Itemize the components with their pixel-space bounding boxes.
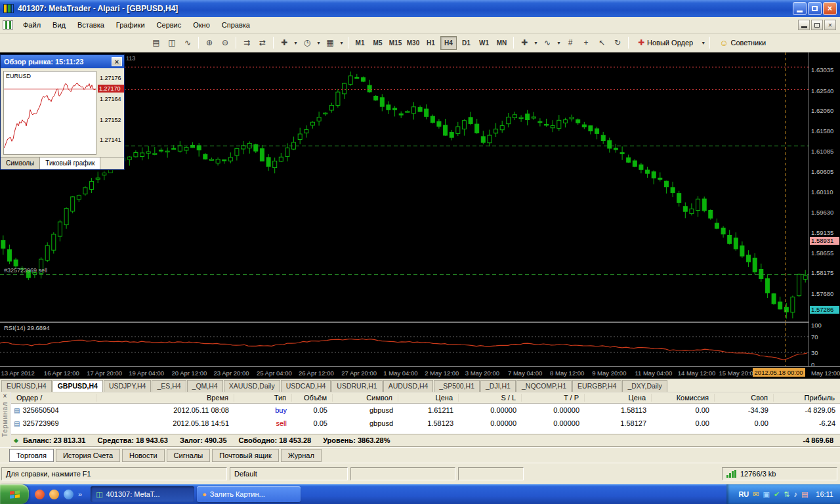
templates-dropdown-icon[interactable]: ▾	[338, 36, 345, 50]
order-row[interactable]: ▤3256505042012.05.11 08:08buy0.05gbpusd1…	[11, 404, 840, 417]
zoom-in-icon[interactable]: ⊕	[202, 36, 217, 50]
indicators-button[interactable]: ✚	[277, 36, 291, 50]
chart-tab--dxy-daily[interactable]: _DXY,Daily	[622, 380, 667, 392]
timeframe-w1[interactable]: W1	[476, 36, 492, 50]
menu-item-6[interactable]: Справка	[216, 18, 256, 32]
market-watch-tab-0[interactable]: Символы	[1, 158, 40, 169]
system-tray: RU ✉ ▣ ✔ ⇅ ♪ ▤ 16:11	[726, 484, 840, 504]
chart-tab-eurgbp-h4[interactable]: EURGBP,H4	[572, 380, 621, 392]
column-header: Ордер /	[11, 394, 96, 402]
language-indicator[interactable]: RU	[738, 490, 749, 498]
quick-launch-expand-icon[interactable]: »	[78, 490, 82, 498]
indicators-dropdown-icon[interactable]: ▾	[292, 36, 299, 50]
new-order-dropdown-icon[interactable]: ▾	[700, 36, 707, 50]
timeframe-h1[interactable]: H1	[423, 36, 439, 50]
menu-item-1[interactable]: Вид	[47, 18, 72, 32]
cursor-icon[interactable]: ↖	[595, 36, 609, 50]
terminal-tab-2[interactable]: Новости	[122, 449, 165, 462]
line-chart-icon[interactable]: ∿	[180, 36, 195, 50]
mail-icon[interactable]: ✉	[753, 491, 759, 498]
terminal-tab-1[interactable]: История Счета	[56, 449, 120, 462]
minimize-button[interactable]	[793, 2, 807, 15]
menu-item-2[interactable]: Вставка	[72, 18, 110, 32]
timeframe-m30[interactable]: M30	[405, 36, 421, 50]
crosshair-icon[interactable]: +	[579, 36, 593, 50]
terminal-tab-4[interactable]: Почтовый ящик	[212, 449, 278, 462]
timeframe-m5[interactable]: M5	[369, 36, 386, 50]
chart-tab-usdjpy-h4[interactable]: USDJPY,H4	[104, 380, 151, 392]
close-button[interactable]: ×	[823, 2, 837, 15]
messenger-icon[interactable]	[64, 490, 74, 499]
timeframe-m1[interactable]: M1	[352, 36, 368, 50]
chart-tab--es-h4[interactable]: _ES,H4	[152, 380, 186, 392]
order-row[interactable]: ▤3257239692012.05.18 14:51sell0.05gbpusd…	[11, 417, 840, 430]
timeframe-h4[interactable]: H4	[440, 36, 457, 50]
candlestick-chart-icon[interactable]: ◫	[165, 36, 179, 50]
rsi-canvas[interactable]	[0, 323, 808, 366]
objects-line-icon[interactable]: ∿	[540, 36, 555, 50]
scanner-icon[interactable]: ▤	[801, 491, 808, 498]
chart-tab-usdcad-h4[interactable]: USDCAD,H4	[281, 380, 331, 392]
mdi-restore-button[interactable]	[811, 20, 823, 30]
market-watch-tab-1[interactable]: Тиковый график	[40, 158, 100, 169]
task-button-1[interactable]: ●Залить Картин...	[197, 486, 301, 502]
add-indicator-dropdown-icon[interactable]: ▾	[532, 36, 539, 50]
chart-shift-icon[interactable]: ⇄	[255, 36, 270, 50]
firefox-icon[interactable]	[49, 490, 59, 499]
chart-tab--qm-h4[interactable]: _QM,H4	[187, 380, 223, 392]
tick-price-badge: 1.27170	[98, 85, 124, 93]
menu-item-4[interactable]: Сервис	[151, 18, 188, 32]
browser-icon[interactable]	[35, 490, 45, 499]
timeframe-mn[interactable]: MN	[494, 36, 510, 50]
bar-chart-icon[interactable]: ▤	[149, 36, 163, 50]
grid-icon[interactable]: #	[563, 36, 578, 50]
mdi-close-button[interactable]: ×	[824, 20, 836, 30]
terminal-close-icon[interactable]: ×	[3, 392, 7, 400]
display-icon[interactable]: ▣	[763, 491, 770, 498]
terminal-tab-5[interactable]: Журнал	[281, 449, 322, 462]
volume-icon[interactable]: ♪	[793, 491, 797, 498]
antivirus-icon[interactable]: ✔	[774, 491, 780, 498]
chart-tab--nqcomp-h1[interactable]: _NQCOMP,H1	[516, 380, 572, 392]
menu-item-0[interactable]: Файл	[17, 18, 47, 32]
mdi-minimize-button[interactable]	[798, 20, 810, 30]
chart-tab-audusd-h4[interactable]: AUDUSD,H4	[383, 380, 434, 392]
refresh-icon[interactable]: ↻	[610, 36, 625, 50]
timeframe-d1[interactable]: D1	[458, 36, 474, 50]
restore-button[interactable]	[808, 2, 822, 15]
chart-tab-gbpusd-h4[interactable]: GBPUSD,H4	[52, 380, 103, 392]
tick-price-label: 1.27152	[100, 117, 121, 123]
auto-scroll-icon[interactable]: ⇉	[240, 36, 254, 50]
chart-tab-usdrur-h1[interactable]: USDRUR,H1	[331, 380, 382, 392]
chart-tab--sp500-h1[interactable]: _SP500,H1	[434, 380, 480, 392]
templates-button[interactable]: ▦	[323, 36, 337, 50]
chart-tab-eurusd-h4[interactable]: EURUSD,H4	[1, 380, 52, 392]
chart-system-icon[interactable]	[3, 20, 13, 30]
rsi-scale-tick: 100	[811, 322, 822, 329]
terminal-tab-3[interactable]: Сигналы	[167, 449, 211, 462]
periods-dropdown-icon[interactable]: ▾	[315, 36, 322, 50]
market-watch-close-icon[interactable]: ×	[112, 57, 122, 66]
price-tick: 1.63035	[811, 66, 833, 74]
menu-item-3[interactable]: Графики	[110, 18, 151, 32]
menu-item-5[interactable]: Окно	[187, 18, 216, 32]
menu-bar: ФайлВидВставкаГрафикиСервисОкноСправка ×	[0, 17, 840, 33]
zoom-out-icon[interactable]: ⊖	[218, 36, 232, 50]
tick-chart-canvas[interactable]	[3, 71, 96, 155]
chart-tab--dji-h1[interactable]: _DJI,H1	[480, 380, 516, 392]
network-icon[interactable]: ⇅	[784, 491, 789, 498]
timeframe-m15[interactable]: M15	[387, 36, 404, 50]
new-order-button[interactable]: ✚ Новый Ордер	[632, 36, 699, 50]
add-indicator-icon[interactable]: ✚	[517, 36, 532, 50]
terminal-tab-0[interactable]: Торговля	[9, 449, 54, 462]
task-button-0[interactable]: ◫401307: MetaT...	[91, 486, 194, 502]
status-profile[interactable]: Default	[230, 467, 348, 480]
expert-advisors-button[interactable]: ☺ Советники	[713, 36, 772, 50]
market-watch-titlebar[interactable]: Обзор рынка: 15:11:23 ×	[1, 55, 124, 68]
periods-button[interactable]: ◷	[300, 36, 314, 50]
tick-chart-symbol: EURUSD	[6, 73, 31, 79]
column-header: Цена	[585, 394, 652, 402]
objects-dropdown-icon[interactable]: ▾	[555, 36, 562, 50]
chart-tab-xauusd-daily[interactable]: XAUUSD,Daily	[224, 380, 280, 392]
start-button[interactable]	[0, 484, 29, 504]
